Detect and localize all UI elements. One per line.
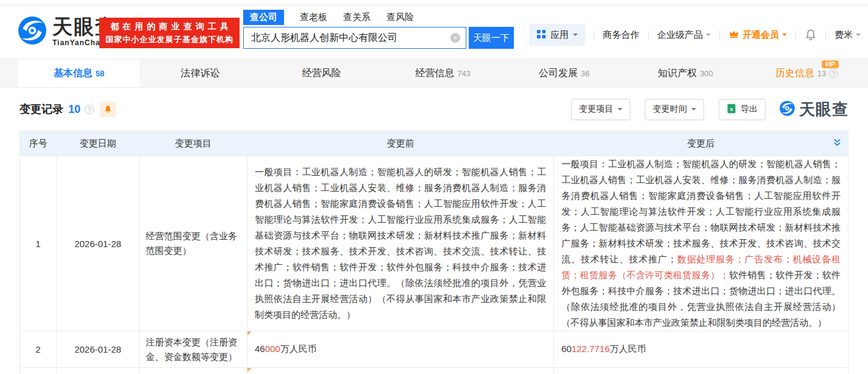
promo-line1: 都在用的商业查询工具 [110,21,232,32]
search-tab-risk[interactable]: 查风险 [386,12,414,23]
change-record-header: 变更记录 10 ? 变更项目 变更时间 x 导出 [20,98,848,121]
filter-change-project-button[interactable]: 变更项目 [571,99,630,120]
table-row: 2 2026-01-28 注册资本变更（注册资金、资金数额等变更） 46000万… [20,331,848,368]
chevron-down-icon [856,34,861,38]
nav-enterprise-label: 企业级产品 [657,29,703,41]
search-area: 查公司 查老板 查关系 查风险 × 天眼一下 [243,10,515,49]
tab-operating-info[interactable]: 经营信息 743 [382,59,503,87]
promo-line2: 国家中小企业发展子基金旗下机构 [105,34,233,45]
header-nav: 应用 商务合作 企业级产品 开通会员 费米 [529,24,861,46]
chevron-down-icon [706,34,711,38]
svg-text:x: x [730,106,733,112]
col-header-date: 变更日期 [57,131,140,156]
tab-label: 基本信息 [54,67,93,80]
tab-count: 300 [700,69,713,78]
promo-banner[interactable]: 都在用的商业查询工具 国家中小企业发展子基金旗下机构 [99,18,240,48]
export-label: 导出 [741,104,758,115]
change-date: 2026-01-28 [57,331,140,368]
change-after: 60122.7716万人民币 [554,331,848,368]
chevron-down-icon [691,108,696,113]
question-icon[interactable]: ? [85,105,94,114]
nav-cooperation[interactable]: 商务合作 [603,29,639,41]
tab-label: 历史信息 [775,67,814,80]
question-icon[interactable]: ? [829,69,838,78]
nav-divider [648,31,649,40]
tab-label: 经营风险 [302,67,341,80]
change-after: 一般项目：工业机器人制造；智能机器人的研发；智能机器人销售；工业机器人销售；工业… [554,156,848,331]
watermark-text: 天眼查 [799,99,848,120]
tab-intellectual-property[interactable]: 知识产权 300 [625,59,746,87]
table-row: 1 2026-01-28 经营范围变更（含业务范围变更） 一般项目：工业机器人制… [20,156,848,331]
change-before: 一般项目：工业机器人制造；智能机器人的研发；智能机器人销售；工业机器人销售；工业… [247,156,554,331]
search-tab-company[interactable]: 查公司 [243,10,284,25]
tab-label: 公司发展 [539,67,578,80]
search-tab-relation[interactable]: 查关系 [343,12,371,23]
table-row-clipped [20,368,848,374]
tab-history-info[interactable]: VIP 历史信息 13 ? [746,59,867,87]
tab-label: 经营信息 [415,67,454,80]
col-header-index: 序号 [20,131,57,156]
vip-crown-icon [728,29,739,41]
change-item: 注册资本变更（注册资金、资金数额等变更） [140,331,247,368]
search-tab-boss[interactable]: 查老板 [300,12,327,23]
tab-count: 58 [96,69,104,78]
filter-change-time-label: 变更时间 [653,104,687,115]
export-button[interactable]: x 导出 [719,99,766,120]
apps-label: 应用 [550,29,569,41]
notification-bell[interactable] [805,29,817,41]
excel-icon: x [727,104,736,115]
change-after [554,368,848,374]
change-item: 经营范围变更（含业务范围变更） [140,156,247,331]
filter-change-project-label: 变更项目 [579,104,613,115]
tianyancha-watermark: 天眼查 [779,99,848,120]
change-date: 2026-01-28 [57,156,140,331]
company-tabbar: 基本信息 58 法律诉讼 经营风险 经营信息 743 公司发展 36 知识产权 … [0,59,868,88]
apps-menu[interactable]: 应用 [529,24,585,46]
tab-count: 743 [457,69,471,78]
collapse-double-chevron-icon[interactable] [833,138,842,149]
col-header-item: 变更项目 [140,131,247,156]
chevron-down-icon [782,34,787,38]
row-index: 1 [20,156,57,331]
nav-enterprise[interactable]: 企业级产品 [657,29,711,41]
search-input[interactable] [243,27,466,49]
app-grid-icon [536,29,546,41]
change-record-table: 序号 变更日期 变更项目 变更前 变更后 1 2026-01-28 经营范围变更… [20,131,848,374]
tab-basic-info[interactable]: 基本信息 58 [18,59,140,87]
tab-operating-risk[interactable]: 经营风险 [261,59,382,87]
change-before [247,368,554,374]
filter-change-time-button[interactable]: 变更时间 [645,99,704,120]
tab-company-development[interactable]: 公司发展 36 [503,59,625,87]
tab-legal[interactable]: 法律诉讼 [140,59,261,87]
row-index: 2 [20,331,57,368]
tianyancha-swirl-icon [779,100,795,119]
nav-divider [795,31,796,40]
tab-count: 13 [817,69,826,78]
nav-open-vip-label: 开通会员 [742,29,779,41]
nav-divider [825,31,826,40]
change-item [140,368,247,374]
tianyancha-swirl-icon [17,15,48,48]
top-divider [0,5,868,5]
nav-divider [719,31,720,40]
search-type-tabs: 查公司 查老板 查关系 查风险 [243,10,515,25]
nav-divider [594,31,594,40]
section-count: 10 [68,103,80,116]
username: 费米 [834,29,853,41]
search-button[interactable]: 天眼一下 [469,27,514,49]
section-title: 变更记录 [20,102,63,117]
chevron-down-icon [573,34,578,38]
chevron-down-icon [617,108,622,113]
bell-icon [805,29,817,41]
vip-badge: VIP [822,60,839,68]
bell-icon [104,105,112,113]
nav-open-vip[interactable]: 开通会员 [728,29,787,41]
row-index [20,368,57,374]
clear-icon[interactable]: × [450,33,460,43]
col-header-after: 变更后 [554,131,848,156]
tab-count: 36 [581,69,589,78]
col-header-after-label: 变更后 [687,138,714,148]
user-menu[interactable]: 费米 [834,29,861,41]
tab-label: 法律诉讼 [181,67,220,80]
subscribe-bell-button[interactable] [100,101,116,117]
